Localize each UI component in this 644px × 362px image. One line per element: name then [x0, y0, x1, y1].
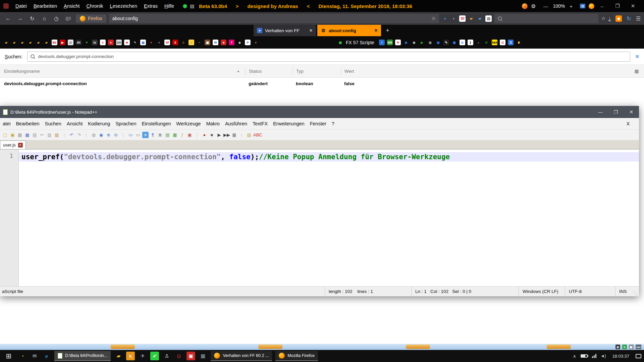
- document-close-button[interactable]: X: [627, 121, 630, 126]
- bookmark-icon[interactable]: ~: [197, 40, 202, 45]
- editor-area[interactable]: 1 user_pref("devtools.debugger.prompt-co…: [0, 149, 639, 286]
- close-button[interactable]: ✕: [624, 109, 639, 115]
- extension-icon[interactable]: ▰: [477, 15, 483, 22]
- toolbar-icon[interactable]: |: [194, 132, 200, 138]
- extension-icon[interactable]: ●: [442, 15, 448, 22]
- window-minimize-button[interactable]: –: [594, 3, 610, 9]
- toolbar-icon[interactable]: ƒ: [179, 132, 185, 138]
- bookmark-icon[interactable]: ◆: [237, 40, 243, 45]
- new-tab-button[interactable]: +: [386, 27, 389, 34]
- menu-item[interactable]: atei: [0, 121, 13, 126]
- menu-item[interactable]: Ansicht: [60, 3, 83, 9]
- menu-item[interactable]: Sprachen: [113, 121, 139, 126]
- bookmark-icon[interactable]: ☺: [189, 40, 194, 45]
- column-wert[interactable]: Wert: [341, 67, 629, 75]
- toolbar-icon[interactable]: ▶: [216, 132, 222, 138]
- taskbar-app-icon[interactable]: K: [126, 352, 135, 360]
- forward-icon[interactable]: →: [15, 15, 25, 21]
- bookmark-icon[interactable]: tv: [92, 40, 98, 45]
- tab-verhalten-von-ff[interactable]: ✦ Verhalten von FF ✕: [254, 25, 316, 36]
- toolbar-icon[interactable]: |: [120, 132, 126, 138]
- reload-icon[interactable]: ↻: [28, 15, 37, 22]
- menu-item[interactable]: Werkzeuge: [174, 121, 204, 126]
- bookmark-icon[interactable]: ∥: [468, 40, 473, 45]
- bookmark-star-icon[interactable]: ☆: [431, 15, 436, 21]
- column-typ[interactable]: Typ: [292, 67, 341, 75]
- toolbar-icon[interactable]: ▩: [24, 132, 31, 138]
- taskbar-button-mozilla-firefox[interactable]: Mozilla Firefox: [275, 351, 318, 361]
- menu-item[interactable]: Lesezeichen: [107, 3, 141, 9]
- typing-mode[interactable]: INS: [615, 287, 627, 296]
- bookmark-icon[interactable]: G: [460, 40, 465, 45]
- q-extension-icon[interactable]: ◈: [615, 15, 622, 22]
- config-search-input[interactable]: devtools.debugger.prompt-connection: [27, 52, 630, 62]
- bookmark-icon[interactable]: ▦: [435, 40, 441, 45]
- bookmark-icon[interactable]: dX: [76, 40, 82, 45]
- taskbar-button-notepadpp[interactable]: D:\Beta 64\Profilordn...: [54, 351, 111, 361]
- bookmark-icon[interactable]: ●: [253, 40, 259, 45]
- tab-close-icon[interactable]: ✕: [18, 143, 23, 147]
- toolbar-icon[interactable]: |: [83, 132, 90, 138]
- bookmark-fx57-scripte[interactable]: ▦ FX 57 Scripte: [337, 40, 374, 45]
- extension-icon[interactable]: Sf: [459, 15, 466, 22]
- volume-icon[interactable]: ◄): [601, 354, 606, 358]
- sort-ascending-icon[interactable]: ▲: [237, 69, 240, 73]
- menu-item[interactable]: Extras: [141, 3, 161, 9]
- settings-gear-icon[interactable]: ⚙: [531, 3, 536, 9]
- menu-item[interactable]: Hilfe: [161, 3, 177, 9]
- bookmark-icon[interactable]: ◉: [403, 40, 409, 45]
- toolbar-icon[interactable]: ▭: [127, 132, 134, 138]
- bookmark-icon[interactable]: ▰: [3, 40, 9, 45]
- toolbar-icon[interactable]: |: [61, 132, 67, 138]
- taskbar-clock[interactable]: 18:03:37: [610, 354, 631, 359]
- bookmark-icon[interactable]: ▰: [28, 40, 33, 45]
- taskbar-button-firefox-verhalten[interactable]: Verhalten von FF 60.2 ...: [211, 351, 272, 361]
- toolbar-icon[interactable]: ▧: [246, 132, 252, 138]
- extension-icon[interactable]: ▤: [485, 15, 492, 22]
- background-windows-strip[interactable]: ◉S▦css: [0, 344, 644, 350]
- toolbar-icon[interactable]: ◉: [98, 132, 104, 138]
- bookmark-icon[interactable]: b64: [492, 40, 498, 45]
- bookmark-icon[interactable]: ★: [124, 40, 130, 45]
- tab-close-icon[interactable]: ✕: [374, 28, 378, 33]
- taskbar-app-icon[interactable]: ▰: [114, 352, 123, 360]
- toolbar-icon[interactable]: ▤: [164, 132, 171, 138]
- back-icon[interactable]: ←: [3, 15, 13, 21]
- menu-item[interactable]: Kodierung: [85, 121, 113, 126]
- sidebar-panel-icon[interactable]: ▤: [580, 4, 585, 8]
- menu-item[interactable]: Einstellungen: [139, 121, 173, 126]
- toolbar-icon[interactable]: ▭: [135, 132, 141, 138]
- config-pref-row[interactable]: devtools.debugger.prompt-connection geän…: [0, 78, 644, 89]
- toolbar-icon[interactable]: ◎: [91, 132, 97, 138]
- url-bar[interactable]: about:config ☆: [109, 14, 439, 23]
- bookmark-icon[interactable]: ▼: [84, 40, 90, 45]
- column-picker-icon[interactable]: ▦: [629, 68, 644, 74]
- bookmark-icon[interactable]: ▰: [19, 40, 25, 45]
- bookmark-icon[interactable]: S: [172, 40, 178, 45]
- taskbar-app-icon[interactable]: ▣: [186, 352, 195, 360]
- bookmark-icon[interactable]: P: [245, 40, 251, 45]
- bookmark-icon[interactable]: GH: [116, 40, 122, 45]
- column-einstellungsname[interactable]: Einstellungsname ▲: [0, 69, 245, 74]
- download-icon[interactable]: ↓: [608, 16, 611, 21]
- taskbar-app-icon[interactable]: ✉: [30, 352, 39, 360]
- clear-search-icon[interactable]: ✕: [635, 54, 639, 60]
- history-clock-icon[interactable]: ◷: [52, 15, 61, 22]
- bookmark-icon[interactable]: ☀: [395, 40, 401, 45]
- toolbar-icon[interactable]: ⊖: [113, 132, 119, 138]
- toolbar-icon[interactable]: ▤: [32, 132, 38, 138]
- menu-item[interactable]: ?: [329, 121, 337, 126]
- start-button[interactable]: ⊞: [3, 352, 15, 360]
- bookmark-icon[interactable]: ▣: [427, 40, 433, 45]
- menu-item[interactable]: Bearbeiten: [13, 121, 42, 126]
- toolbar-icon[interactable]: ↶: [68, 132, 75, 138]
- maximize-button[interactable]: ❐: [608, 109, 624, 115]
- menu-item[interactable]: Suchen: [42, 121, 64, 126]
- zoom-in-button[interactable]: +: [567, 3, 575, 9]
- window-maximize-button[interactable]: ❐: [610, 3, 625, 9]
- bookmark-icon[interactable]: ●: [108, 40, 114, 45]
- taskbar-app-icon[interactable]: ◔: [18, 352, 27, 360]
- taskbar-app-icon[interactable]: ♙: [162, 352, 171, 360]
- toolbar-icon[interactable]: ≣: [157, 132, 163, 138]
- bookmark-icon[interactable]: ▦: [205, 40, 210, 45]
